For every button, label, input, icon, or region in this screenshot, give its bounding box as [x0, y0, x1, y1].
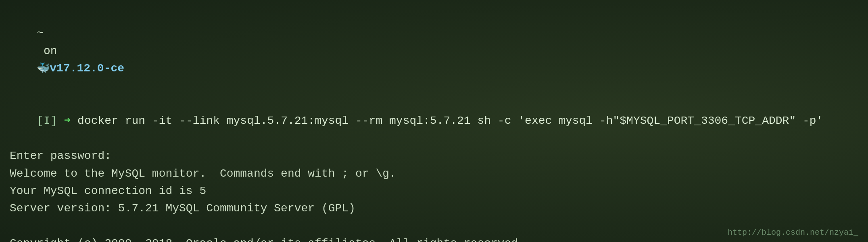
whale-icon: 🐳 [37, 63, 50, 75]
watermark: http://blog.csdn.net/nzyai_ [728, 228, 858, 237]
connection-id-line: Your MySQL connection id is 5 [10, 182, 858, 200]
tilde: ~ [37, 27, 44, 40]
version-text: v17.12.0-ce [50, 62, 124, 75]
arrow-icon: ➜ [64, 115, 71, 127]
on-text: on [37, 45, 64, 57]
enter-password-line: Enter password: [10, 147, 858, 165]
terminal-content: ~ on 🐳v17.12.0-ce [I] ➜ docker run -it -… [0, 0, 868, 242]
server-version-line: Server version: 5.7.21 MySQL Community S… [10, 200, 858, 217]
info-bracket: [I] [37, 115, 64, 127]
docker-command: docker run -it --link mysql.5.7.21:mysql… [71, 115, 823, 127]
docker-command-line: [I] ➜ docker run -it --link mysql.5.7.21… [10, 95, 858, 147]
welcome-line: Welcome to the MySQL monitor. Commands e… [10, 165, 858, 182]
title-line: ~ on 🐳v17.12.0-ce [10, 7, 858, 95]
